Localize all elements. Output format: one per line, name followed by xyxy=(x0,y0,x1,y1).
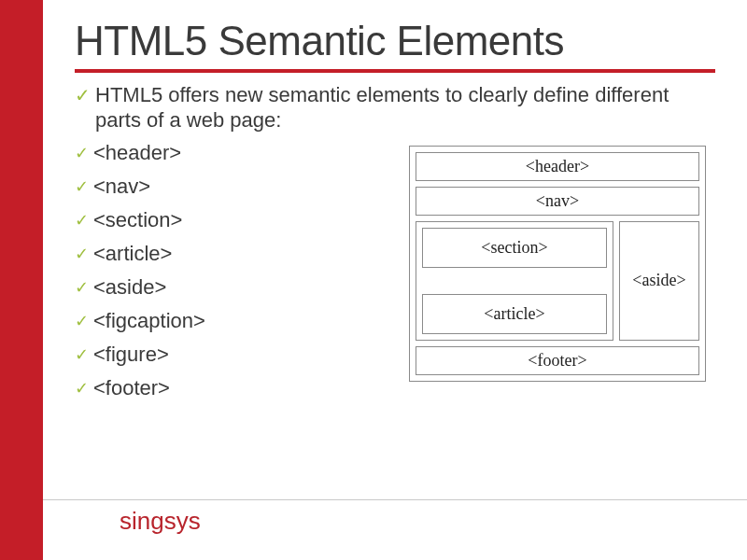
check-icon: ✓ xyxy=(75,313,93,329)
tag-label: <figcaption> xyxy=(93,309,205,333)
diagram-middle-row: <section> <article> <aside> xyxy=(416,221,699,341)
tag-label: <figure> xyxy=(93,343,169,367)
check-icon: ✓ xyxy=(75,145,93,161)
slide-content: ✓ HTML5 offers new semantic elements to … xyxy=(75,82,715,400)
check-icon: ✓ xyxy=(75,86,95,105)
tag-label: <nav> xyxy=(93,175,150,199)
tag-label: <section> xyxy=(93,208,182,232)
tag-label: <header> xyxy=(93,141,181,165)
diagram-outer: <header> <nav> <section> <article> <asid… xyxy=(409,146,706,382)
check-icon: ✓ xyxy=(75,245,93,262)
diagram-section-box: <section> xyxy=(422,228,607,268)
check-icon: ✓ xyxy=(75,346,93,363)
lead-row: ✓ HTML5 offers new semantic elements to … xyxy=(75,82,715,133)
diagram-nav-box: <nav> xyxy=(416,187,699,216)
diagram-left-col: <section> <article> xyxy=(416,221,613,341)
diagram-header-box: <header> xyxy=(416,152,699,181)
lead-text: HTML5 offers new semantic elements to cl… xyxy=(95,82,715,133)
diagram-footer-box: <footer> xyxy=(416,346,699,375)
diagram-article-box: <article> xyxy=(422,294,607,334)
check-icon: ✓ xyxy=(75,178,93,195)
tag-label: <footer> xyxy=(93,376,170,400)
check-icon: ✓ xyxy=(75,279,93,296)
brand-logo: singsys xyxy=(120,507,201,536)
accent-sidebar xyxy=(0,0,43,560)
check-icon: ✓ xyxy=(75,380,93,397)
check-icon: ✓ xyxy=(75,212,93,229)
slide: HTML5 Semantic Elements ✓ HTML5 offers n… xyxy=(43,0,747,560)
layout-diagram: <header> <nav> <section> <article> <asid… xyxy=(409,146,706,382)
title-underline xyxy=(75,69,715,73)
diagram-aside-box: <aside> xyxy=(619,221,699,341)
tag-label: <aside> xyxy=(93,275,166,300)
tag-label: <article> xyxy=(93,242,172,266)
slide-title: HTML5 Semantic Elements xyxy=(75,19,715,63)
bottom-divider xyxy=(43,499,747,500)
